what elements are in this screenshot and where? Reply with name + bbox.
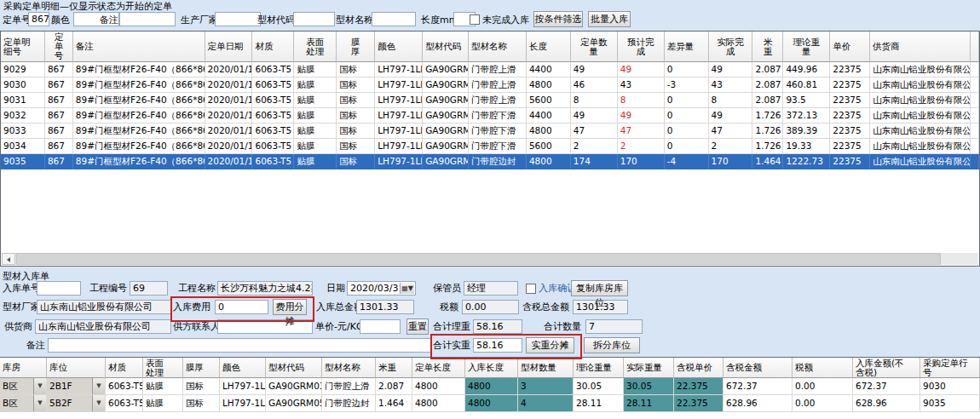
confirm-checkbox[interactable] bbox=[526, 284, 536, 294]
copy-location-button[interactable]: 复制库房库位 bbox=[571, 280, 628, 296]
total-theory-weight-field[interactable]: 58.16 bbox=[473, 319, 522, 334]
column-header[interactable]: 理论重量 bbox=[574, 358, 624, 378]
supplier-field[interactable]: 山东南山铝业股份有限公司 bbox=[35, 319, 171, 334]
column-header[interactable]: 表面 处理 bbox=[294, 32, 337, 62]
table-row[interactable]: 903186789#门框型材F26-F40（866*867）2020/01/13… bbox=[1, 93, 979, 108]
project-no-field[interactable]: 69 bbox=[130, 281, 168, 296]
remark-label: 备注 bbox=[25, 340, 45, 352]
table-row[interactable]: 903486789#门框型材F26-F40（866*867）2020/01/13… bbox=[1, 139, 979, 154]
table-row[interactable]: 902986789#门框型材F26-F40（866*867）2020/01/13… bbox=[1, 62, 979, 77]
column-header[interactable]: 米重 bbox=[376, 358, 412, 378]
unfinished-checkbox[interactable] bbox=[470, 14, 480, 25]
inbound-fee-field[interactable]: 0 bbox=[215, 300, 268, 314]
total-qty-field[interactable]: 7 bbox=[585, 319, 643, 334]
column-header[interactable]: 实际完 成 bbox=[709, 32, 753, 62]
date-field[interactable]: 2020/03/31▦▼ bbox=[347, 281, 416, 296]
table-cell: 22375 bbox=[830, 62, 870, 77]
warehouse-combo[interactable]: B区▼ bbox=[0, 395, 47, 412]
column-header[interactable]: 含税单价 bbox=[674, 358, 723, 378]
column-header[interactable]: 颜色 bbox=[220, 358, 266, 378]
column-header[interactable]: 实际重量 bbox=[624, 358, 674, 378]
column-header[interactable]: 型材代码 bbox=[423, 32, 469, 62]
tax-field[interactable]: 0.00 bbox=[462, 300, 519, 314]
column-header[interactable]: 税额 bbox=[793, 358, 853, 378]
chevron-down-icon[interactable]: ▼ bbox=[92, 378, 105, 394]
actual-share-button[interactable]: 实重分摊 bbox=[526, 337, 574, 353]
column-header[interactable]: 表面 处理 bbox=[143, 358, 183, 378]
column-header[interactable]: 材质 bbox=[106, 358, 143, 378]
filter-by-condition-button[interactable]: 按条件筛选 bbox=[533, 11, 583, 27]
total-actual-weight-field[interactable]: 58.16 bbox=[473, 338, 522, 353]
column-header[interactable]: 定单日期 bbox=[205, 32, 253, 62]
column-header[interactable]: 型材名称 bbox=[469, 32, 527, 62]
table-row[interactable]: 903286789#门框型材F26-F40（866*867）2020/01/13… bbox=[1, 108, 979, 123]
column-header[interactable]: 采购定单行 号 bbox=[920, 358, 980, 378]
table-row[interactable]: B区▼2B1F▼6063-T5贴膜国标LH797-1LL0GA90GRM03门带… bbox=[0, 378, 980, 395]
table-cell: 8 bbox=[571, 93, 618, 108]
order-no-input[interactable]: 867 bbox=[28, 12, 49, 26]
unit-price-field[interactable] bbox=[360, 319, 401, 334]
inbound-no-field[interactable] bbox=[37, 281, 81, 296]
remark-field[interactable] bbox=[48, 338, 431, 353]
horizontal-scrollbar[interactable] bbox=[2, 253, 978, 265]
table-cell: 89#门框型材F26-F40（866*867） bbox=[73, 123, 205, 139]
split-location-button[interactable]: 拆分库位 bbox=[584, 337, 640, 353]
column-header[interactable]: 型材代码 bbox=[266, 358, 322, 378]
fee-share-button[interactable]: 费用分摊 bbox=[273, 299, 307, 315]
scrollbar-thumb[interactable] bbox=[16, 253, 941, 265]
project-name-field[interactable]: 长沙万科魅力之城4.2期 bbox=[217, 281, 313, 296]
chevron-down-icon[interactable]: ▼ bbox=[92, 395, 105, 411]
column-header[interactable]: 定单明 细号 bbox=[1, 32, 45, 62]
column-header[interactable]: 型材名称 bbox=[322, 358, 376, 378]
chevron-down-icon[interactable]: ▼ bbox=[33, 395, 46, 411]
column-header[interactable]: 库位 bbox=[47, 358, 106, 378]
manufacturer-field[interactable]: 山东南山铝业股份有限公司 bbox=[37, 300, 171, 314]
batch-inbound-button[interactable]: 批量入库 bbox=[588, 11, 631, 27]
column-header[interactable]: 预计完 成 bbox=[618, 32, 665, 62]
column-header[interactable]: 膜 厚 bbox=[337, 32, 375, 62]
table-row[interactable]: B区▼5B2F▼6063-T5贴膜国标LH797-1LL0GA90GRM05门带… bbox=[0, 395, 980, 412]
warehouse-combo[interactable]: B区▼ bbox=[0, 378, 47, 395]
column-header[interactable]: 型材数量 bbox=[518, 358, 574, 378]
profile-name-input[interactable] bbox=[372, 12, 416, 26]
inbound-total-field[interactable]: 1301.33 bbox=[356, 300, 414, 314]
column-header[interactable]: 理论重 量 bbox=[783, 32, 830, 62]
column-header[interactable]: 入库长度 bbox=[465, 358, 518, 378]
remark-input[interactable] bbox=[119, 12, 176, 26]
column-header[interactable]: 差异量 bbox=[665, 32, 709, 62]
calendar-dropdown-icon[interactable]: ▦▼ bbox=[400, 283, 414, 294]
column-header[interactable]: 长度 bbox=[527, 32, 571, 62]
table-row[interactable]: 903386789#门框型材F26-F40（866*867）2020/01/13… bbox=[1, 123, 979, 139]
column-header[interactable]: 含税金额 bbox=[723, 358, 793, 378]
scroll-left-icon[interactable] bbox=[2, 253, 15, 265]
reset-button[interactable]: 重置 bbox=[406, 319, 429, 335]
keeper-field[interactable]: 经理 bbox=[464, 281, 518, 296]
table-cell: 2020/01/13 bbox=[205, 108, 253, 123]
supplier-contact-field[interactable] bbox=[217, 319, 313, 334]
table-row[interactable]: 903086789#门框型材F26-F40（866*867）2020/01/13… bbox=[1, 77, 979, 93]
profile-code-input[interactable] bbox=[293, 12, 335, 26]
table-cell: 山东南山铝业股份有限公司 bbox=[870, 108, 971, 123]
column-header[interactable]: 供货商 bbox=[870, 32, 971, 62]
table-cell: 449.96 bbox=[783, 62, 830, 77]
chevron-down-icon[interactable]: ▼ bbox=[33, 378, 46, 394]
column-header[interactable]: 定单数 量 bbox=[571, 32, 618, 62]
column-header[interactable]: 备注 bbox=[73, 32, 205, 62]
table-cell: 贴膜 bbox=[294, 108, 337, 123]
column-header[interactable]: 颜色 bbox=[375, 32, 423, 62]
column-header[interactable]: 材质 bbox=[252, 32, 294, 62]
column-header[interactable]: 库房 bbox=[0, 358, 47, 378]
manufacturer-input[interactable] bbox=[215, 12, 261, 26]
table-cell: LH797-1LL0 bbox=[220, 395, 266, 412]
column-header[interactable]: 单价 bbox=[830, 32, 870, 62]
column-header[interactable] bbox=[971, 32, 979, 62]
column-header[interactable]: 定单长度 bbox=[412, 358, 465, 378]
column-header[interactable]: 米 重 bbox=[752, 32, 783, 62]
column-header[interactable]: 膜厚 bbox=[183, 358, 220, 378]
column-header[interactable]: 定 单 号 bbox=[45, 32, 73, 62]
table-row[interactable]: 903586789#门框型材F26-F40（866*867）2020/01/13… bbox=[1, 154, 979, 169]
table-cell: 49 bbox=[571, 62, 618, 77]
location-combo[interactable]: 5B2F▼ bbox=[47, 395, 106, 412]
column-header[interactable]: 入库金额(不 含税) bbox=[853, 358, 920, 378]
location-combo[interactable]: 2B1F▼ bbox=[47, 378, 106, 395]
